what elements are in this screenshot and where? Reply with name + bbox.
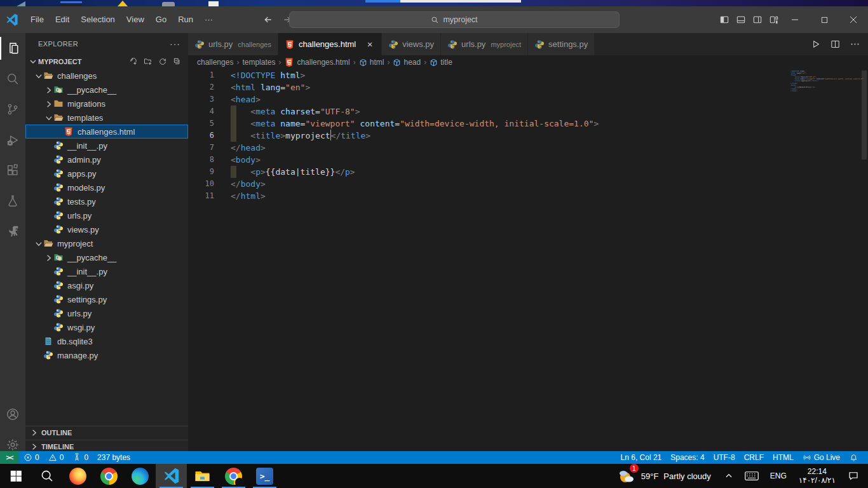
- status-bell[interactable]: [844, 451, 863, 464]
- tree-item-asgi-py[interactable]: asgi.py: [25, 278, 188, 292]
- close-button[interactable]: [839, 6, 868, 33]
- activitybar-search-icon[interactable]: [0, 64, 25, 94]
- breadcrumb-html[interactable]: html: [359, 58, 384, 67]
- activitybar-account-icon[interactable]: [0, 399, 25, 430]
- menu-view[interactable]: View: [121, 11, 150, 29]
- status-237-bytes[interactable]: 237 bytes: [93, 451, 135, 464]
- remote-indicator[interactable]: ><: [0, 451, 19, 464]
- status-spaces-4[interactable]: Spaces: 4: [666, 451, 709, 464]
- more-actions-icon[interactable]: [850, 39, 860, 50]
- breadcrumb-title[interactable]: title: [430, 58, 452, 67]
- activitybar-run-debug-icon[interactable]: [0, 125, 25, 155]
- tab-urls-py-challenges[interactable]: urls.pychallenges: [188, 33, 278, 55]
- tree-item--pycache-[interactable]: __pycache__: [25, 250, 188, 264]
- minimize-button[interactable]: [780, 6, 810, 33]
- taskbar-edge-icon[interactable]: [125, 464, 156, 488]
- tree-item-tests-py[interactable]: tests.py: [25, 194, 188, 208]
- activitybar-source-control-icon[interactable]: [0, 94, 25, 125]
- tree-item-urls-py[interactable]: urls.py: [25, 208, 188, 222]
- collapse-all-icon[interactable]: [173, 57, 182, 66]
- tree-item-manage-py[interactable]: manage.py: [25, 348, 188, 362]
- tab-challenges-html[interactable]: challenges.html×: [278, 33, 382, 55]
- breadcrumb-challenges[interactable]: challenges: [197, 58, 233, 67]
- tree-item--init-py[interactable]: __init__.py: [25, 139, 188, 152]
- tree-item-challenges[interactable]: challenges: [25, 69, 188, 83]
- activitybar-extensions-icon[interactable]: [0, 155, 25, 186]
- tree-item-templates[interactable]: templates: [25, 111, 188, 125]
- status-ln-6-col-21[interactable]: Ln 6, Col 21: [616, 451, 667, 464]
- tree-item-apps-py[interactable]: apps.py: [25, 166, 188, 180]
- toggle-sidebar-icon[interactable]: [719, 15, 729, 25]
- tree-item-urls-py[interactable]: urls.py: [25, 306, 188, 320]
- taskbar-chrome-icon[interactable]: [93, 464, 125, 488]
- tree-item-admin-py[interactable]: admin.py: [25, 152, 188, 166]
- menu-file[interactable]: File: [25, 11, 50, 29]
- tab-settings-py[interactable]: settings.py: [528, 33, 595, 55]
- weather-widget[interactable]: 1 59°F Partly cloudy: [609, 466, 719, 485]
- run-icon[interactable]: [810, 39, 821, 50]
- workspace-section-header[interactable]: MYPROJECT: [25, 54, 188, 69]
- tree-item-settings-py[interactable]: settings.py: [25, 292, 188, 306]
- tree-item-challenges-html[interactable]: challenges.html: [25, 125, 188, 139]
- activitybar-dino-icon[interactable]: [0, 216, 25, 247]
- line-content: <!DOCTYPE html>: [231, 69, 305, 81]
- line-content: <meta charset="UTF-8">: [231, 105, 360, 118]
- toggle-secondary-sidebar-icon[interactable]: [752, 15, 763, 25]
- activitybar-testing-icon[interactable]: [0, 186, 25, 216]
- tree-item-migrations[interactable]: migrations: [25, 97, 188, 111]
- notification-center-icon[interactable]: [842, 464, 868, 488]
- breadcrumb-challenges-html[interactable]: challenges.html: [284, 57, 349, 67]
- menu-go[interactable]: Go: [150, 11, 172, 29]
- taskbar-taskbar-search-icon[interactable]: [31, 464, 62, 488]
- code-editor[interactable]: 1<!DOCTYPE html>2<html lang="en">3<head>…: [188, 69, 868, 451]
- panel-outline[interactable]: OUTLINE: [25, 426, 188, 438]
- menu-selection[interactable]: Selection: [75, 11, 120, 29]
- clock-widget[interactable]: 22:14 ۱۴۰۲/۰۸/۲۱: [792, 467, 842, 485]
- breadcrumb-head[interactable]: head: [393, 58, 421, 67]
- activitybar-explorer-icon[interactable]: [0, 33, 25, 64]
- back-arrow-icon[interactable]: [263, 15, 273, 25]
- sidebar-more-icon[interactable]: ···: [170, 39, 180, 49]
- tree-item-myproject[interactable]: myproject: [25, 236, 188, 250]
- taskbar-file-explorer-icon[interactable]: [187, 464, 218, 488]
- tree-item-db-sqlite3[interactable]: db.sqlite3: [25, 334, 188, 348]
- status-utf-8[interactable]: UTF-8: [709, 451, 740, 464]
- split-editor-icon[interactable]: [830, 39, 841, 50]
- editor-scrollbar[interactable]: [862, 71, 867, 159]
- breadcrumb-templates[interactable]: templates: [242, 58, 275, 67]
- touch-keyboard-icon[interactable]: [739, 464, 764, 488]
- taskbar-start-icon[interactable]: [0, 464, 31, 488]
- taskbar-vscode-icon[interactable]: [156, 464, 187, 488]
- input-language[interactable]: ENG: [764, 464, 792, 488]
- panel-timeline[interactable]: TIMELINE: [25, 440, 188, 452]
- tree-item-wsgi-py[interactable]: wsgi.py: [25, 320, 188, 334]
- status-tower[interactable]: 0: [68, 451, 93, 464]
- refresh-icon[interactable]: [158, 57, 167, 66]
- tree-item-models-py[interactable]: models.py: [25, 180, 188, 194]
- tree-item--init-py[interactable]: __init__.py: [25, 264, 188, 278]
- new-folder-icon[interactable]: [144, 57, 153, 66]
- taskbar-firefox-icon[interactable]: [62, 464, 93, 488]
- command-center-search[interactable]: myproject: [289, 11, 620, 28]
- sidebar-title: EXPLORER: [38, 40, 78, 48]
- tab-urls-py-myproject[interactable]: urls.pymyproject: [441, 33, 528, 55]
- status-crlf[interactable]: CRLF: [740, 451, 768, 464]
- tab-views-py[interactable]: views.py: [382, 33, 441, 55]
- maximize-button[interactable]: [810, 6, 839, 33]
- menu-run[interactable]: Run: [172, 11, 199, 29]
- status-error[interactable]: 0: [19, 451, 44, 464]
- tree-item--pycache-[interactable]: __pycache__: [25, 83, 188, 97]
- status-warning[interactable]: 0: [44, 451, 69, 464]
- status-go-live[interactable]: Go Live: [798, 451, 844, 464]
- taskbar-powershell-icon[interactable]: >_: [249, 464, 280, 488]
- menu-edit[interactable]: Edit: [50, 11, 75, 29]
- tab-close-icon[interactable]: ×: [365, 39, 375, 50]
- tree-item-views-py[interactable]: views.py: [25, 222, 188, 236]
- tray-chevron-up-icon[interactable]: [719, 464, 739, 488]
- menu-more-icon[interactable]: ···: [199, 11, 219, 29]
- status-html[interactable]: HTML: [768, 451, 798, 464]
- customize-layout-icon[interactable]: [769, 15, 779, 25]
- new-file-icon[interactable]: [129, 57, 138, 66]
- toggle-panel-icon[interactable]: [736, 15, 746, 25]
- taskbar-chrome-profile-icon[interactable]: [218, 464, 249, 488]
